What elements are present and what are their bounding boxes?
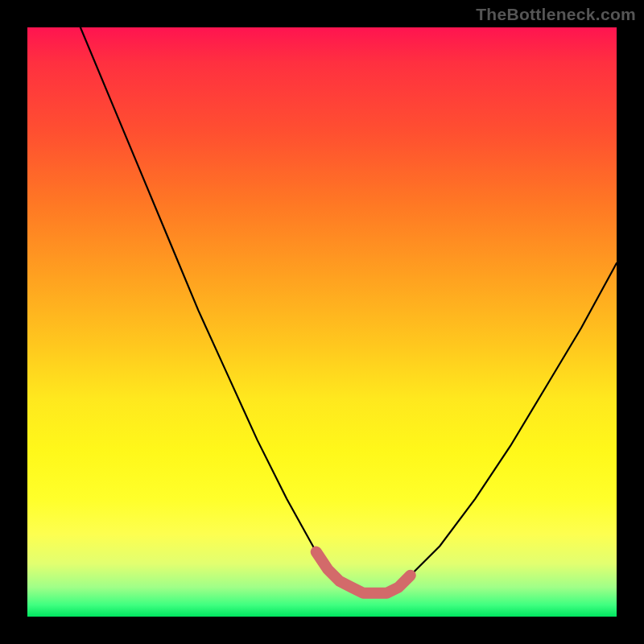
chart-frame: TheBottleneck.com: [0, 0, 644, 644]
plot-area: [27, 27, 617, 617]
bottleneck-curve: [80, 27, 617, 593]
watermark-text: TheBottleneck.com: [476, 5, 636, 24]
curve-layer: [27, 27, 617, 617]
flat-bottom-highlight: [316, 552, 411, 593]
